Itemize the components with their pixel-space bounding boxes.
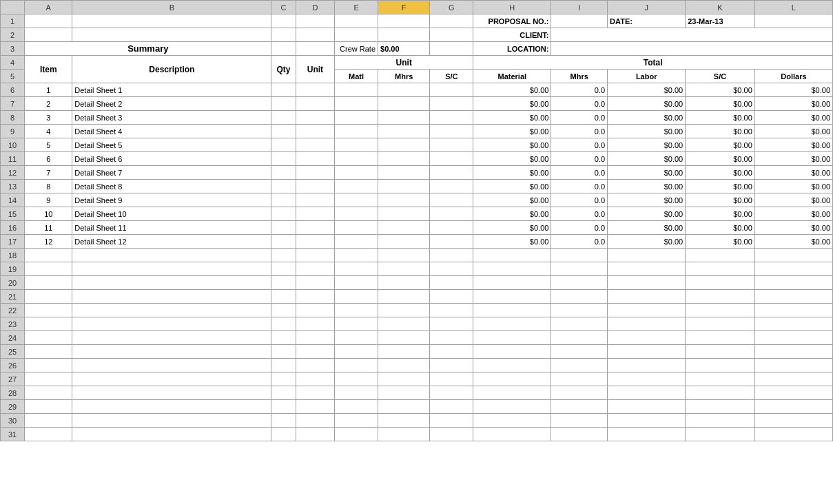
empty-cell-25-11[interactable] (754, 345, 832, 359)
empty-cell-29-9[interactable] (608, 400, 686, 414)
total-sc-9[interactable]: $0.00 (686, 125, 755, 138)
qty-10[interactable] (271, 138, 296, 152)
cell-g2[interactable] (430, 28, 473, 42)
empty-cell-29-3[interactable] (296, 400, 335, 414)
empty-cell-27-2[interactable] (271, 372, 296, 386)
cell-e2[interactable] (335, 28, 378, 42)
empty-cell-21-9[interactable] (608, 290, 686, 304)
empty-cell-18-5[interactable] (378, 249, 430, 262)
col-header-g[interactable]: G (430, 1, 473, 14)
empty-cell-30-3[interactable] (296, 414, 335, 428)
empty-cell-27-1[interactable] (72, 372, 271, 386)
sc-6[interactable] (430, 83, 473, 97)
matl-12[interactable] (335, 166, 378, 180)
cell-c2[interactable] (271, 28, 296, 42)
empty-cell-30-1[interactable] (72, 414, 271, 428)
empty-cell-18-10[interactable] (686, 249, 755, 262)
unit-11[interactable] (296, 152, 335, 166)
sc-9[interactable] (430, 125, 473, 138)
empty-cell-29-7[interactable] (473, 400, 551, 414)
empty-cell-27-7[interactable] (473, 372, 551, 386)
empty-cell-19-2[interactable] (271, 262, 296, 276)
material-6[interactable]: $0.00 (473, 83, 551, 97)
item-num-17[interactable]: 12 (25, 235, 72, 249)
date-label[interactable]: DATE: (608, 14, 686, 28)
cell-a1[interactable] (25, 14, 72, 28)
empty-cell-27-5[interactable] (378, 372, 430, 386)
matl-17[interactable] (335, 235, 378, 249)
matl-6[interactable] (335, 83, 378, 97)
total-sc-17[interactable]: $0.00 (686, 235, 755, 249)
empty-cell-28-5[interactable] (378, 386, 430, 400)
dollars-9[interactable]: $0.00 (754, 125, 832, 138)
total-mhrs-15[interactable]: 0.0 (551, 207, 608, 221)
dollars-11[interactable]: $0.00 (754, 152, 832, 166)
col-header-c[interactable]: C (271, 1, 296, 14)
col-header-e[interactable]: E (335, 1, 378, 14)
empty-cell-23-0[interactable] (25, 317, 72, 331)
matl-8[interactable] (335, 111, 378, 125)
col-header-a[interactable]: A (25, 1, 72, 14)
empty-cell-23-10[interactable] (686, 317, 755, 331)
empty-cell-30-10[interactable] (686, 414, 755, 428)
empty-cell-29-5[interactable] (378, 400, 430, 414)
unit-8[interactable] (296, 111, 335, 125)
sc-12[interactable] (430, 166, 473, 180)
total-mhrs-7[interactable]: 0.0 (551, 97, 608, 111)
empty-cell-20-10[interactable] (686, 276, 755, 290)
unit-10[interactable] (296, 138, 335, 152)
item-num-7[interactable]: 2 (25, 97, 72, 111)
material-14[interactable]: $0.00 (473, 193, 551, 207)
empty-cell-24-10[interactable] (686, 331, 755, 345)
empty-cell-28-0[interactable] (25, 386, 72, 400)
empty-cell-26-3[interactable] (296, 359, 335, 372)
qty-15[interactable] (271, 207, 296, 221)
empty-cell-23-11[interactable] (754, 317, 832, 331)
empty-cell-24-11[interactable] (754, 331, 832, 345)
empty-cell-24-2[interactable] (271, 331, 296, 345)
empty-cell-19-10[interactable] (686, 262, 755, 276)
item-num-10[interactable]: 5 (25, 138, 72, 152)
empty-cell-19-1[interactable] (72, 262, 271, 276)
matl-10[interactable] (335, 138, 378, 152)
empty-cell-26-11[interactable] (754, 359, 832, 372)
empty-cell-25-9[interactable] (608, 345, 686, 359)
empty-cell-27-11[interactable] (754, 372, 832, 386)
total-mhrs-10[interactable]: 0.0 (551, 138, 608, 152)
unit-15[interactable] (296, 207, 335, 221)
sc-10[interactable] (430, 138, 473, 152)
empty-cell-29-4[interactable] (335, 400, 378, 414)
empty-cell-22-1[interactable] (72, 304, 271, 317)
empty-cell-30-7[interactable] (473, 414, 551, 428)
total-sc-14[interactable]: $0.00 (686, 193, 755, 207)
empty-cell-19-5[interactable] (378, 262, 430, 276)
labor-16[interactable]: $0.00 (608, 221, 686, 235)
total-sc-7[interactable]: $0.00 (686, 97, 755, 111)
dollars-14[interactable]: $0.00 (754, 193, 832, 207)
material-11[interactable]: $0.00 (473, 152, 551, 166)
empty-cell-20-4[interactable] (335, 276, 378, 290)
sc-11[interactable] (430, 152, 473, 166)
col-header-k[interactable]: K (686, 1, 755, 14)
mhrs-6[interactable] (378, 83, 430, 97)
cell-d1[interactable] (296, 14, 335, 28)
empty-cell-21-3[interactable] (296, 290, 335, 304)
empty-cell-21-4[interactable] (335, 290, 378, 304)
empty-cell-30-9[interactable] (608, 414, 686, 428)
empty-cell-25-7[interactable] (473, 345, 551, 359)
mhrs-8[interactable] (378, 111, 430, 125)
cell-f2[interactable] (378, 28, 430, 42)
sc-16[interactable] (430, 221, 473, 235)
cell-f1[interactable] (378, 14, 430, 28)
empty-cell-21-0[interactable] (25, 290, 72, 304)
sc-15[interactable] (430, 207, 473, 221)
empty-cell-20-2[interactable] (271, 276, 296, 290)
col-header-f[interactable]: F (378, 1, 430, 14)
empty-cell-20-5[interactable] (378, 276, 430, 290)
material-13[interactable]: $0.00 (473, 180, 551, 193)
description-8[interactable]: Detail Sheet 3 (72, 111, 271, 125)
empty-cell-29-0[interactable] (25, 400, 72, 414)
matl-7[interactable] (335, 97, 378, 111)
empty-cell-20-11[interactable] (754, 276, 832, 290)
total-sc-13[interactable]: $0.00 (686, 180, 755, 193)
